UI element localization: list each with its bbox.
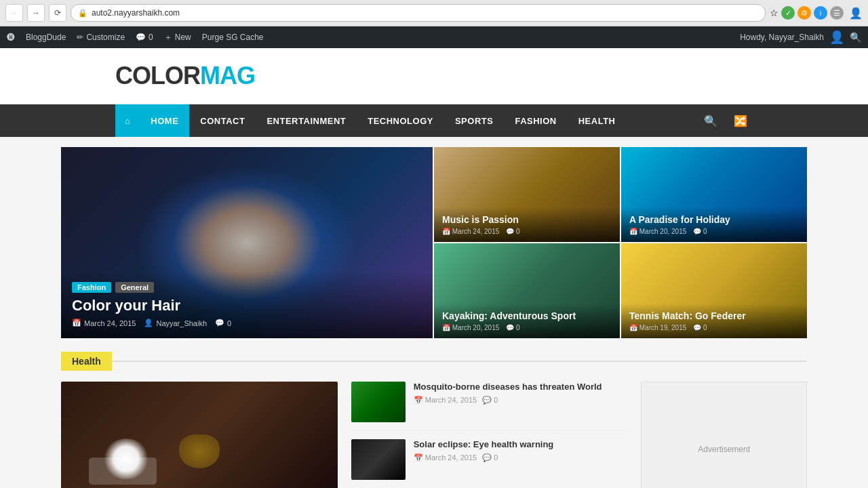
browser-action-icons: ☆ ✓ ⚙ i ☰ 👤 xyxy=(770,6,863,20)
article-date-2: 📅 March 24, 2015 xyxy=(414,453,477,462)
admin-bar-right: Howdy, Nayyar_Shaikh 👤 🔍 xyxy=(740,30,861,45)
tennis-date: 📅 March 19, 2015 xyxy=(629,324,686,331)
comment-icon: 💬 xyxy=(136,33,146,42)
nav-contact-label: CONTACT xyxy=(200,116,245,126)
hero-main-card[interactable]: Fashion General Color your Hair 📅 March … xyxy=(61,147,433,338)
grid-card-kayak[interactable]: Kayaking: Adventurous Sport 📅 March 20, … xyxy=(434,243,620,338)
section-divider xyxy=(112,361,807,362)
browser-toolbar: ← → ⟳ 🔒 auto2.nayyarshaikh.com ☆ ✓ ⚙ i ☰… xyxy=(0,0,868,26)
comments-count: 0 xyxy=(149,33,153,42)
nav-home-label: HOME xyxy=(151,116,178,126)
card-paradise-title: A Paradise for Holiday xyxy=(629,214,799,225)
search-nav-button[interactable]: 🔍 xyxy=(698,108,723,133)
new-label: New xyxy=(175,33,191,42)
hero-main-meta: 📅 March 24, 2015 👤 Nayyar_Shaikh 💬 0 xyxy=(72,319,422,327)
card-paradise-overlay: A Paradise for Holiday 📅 March 20, 2015 … xyxy=(621,207,807,242)
wp-admin-bar: 🅦 BloggDude ✏ Customize 💬 0 ＋ New Purge … xyxy=(0,26,868,48)
forward-button[interactable]: → xyxy=(27,4,45,22)
nav-item-health[interactable]: HEALTH xyxy=(568,104,627,137)
search-admin-icon[interactable]: 🔍 xyxy=(850,32,861,43)
card-paradise-meta: 📅 March 20, 2015 💬 0 xyxy=(629,228,799,235)
hero-comments: 💬 0 xyxy=(215,319,231,327)
music-comments: 💬 0 xyxy=(506,228,519,235)
tag-general[interactable]: General xyxy=(115,282,154,293)
customize-icon: ✏ xyxy=(77,33,83,42)
health-articles-list: Mosquito-borne diseases has threaten Wor… xyxy=(351,382,628,488)
hero-main-overlay: Fashion General Color your Hair 📅 March … xyxy=(61,271,433,338)
calendar-icon: 📅 xyxy=(72,319,81,327)
bookmark-icon[interactable]: ☆ xyxy=(770,7,778,18)
random-nav-button[interactable]: 🔀 xyxy=(728,108,753,133)
hero-date: 📅 March 24, 2015 xyxy=(72,319,136,327)
article-comments-1: 💬 0 xyxy=(482,396,498,405)
health-main-image-wrapper[interactable] xyxy=(61,382,338,488)
article-content-2: Solar eclipse: Eye health warning 📅 Marc… xyxy=(414,439,628,480)
extension-icon-1[interactable]: ✓ xyxy=(781,6,795,20)
new-link[interactable]: ＋ New xyxy=(164,32,191,43)
nav-entertainment-label: ENTERTAINMENT xyxy=(267,116,346,126)
card-kayak-title: Kayaking: Adventurous Sport xyxy=(442,310,612,321)
wp-logo[interactable]: 🅦 xyxy=(7,33,15,42)
nav-item-contact[interactable]: CONTACT xyxy=(189,104,256,137)
profile-icon[interactable]: 👤 xyxy=(849,7,863,20)
kayak-date: 📅 March 20, 2015 xyxy=(442,324,499,331)
site-logo[interactable]: COLORMAG xyxy=(115,62,753,90)
purge-cache-link[interactable]: Purge SG Cache xyxy=(202,33,264,42)
nav-item-home[interactable]: HOME xyxy=(140,104,189,137)
nav-item-entertainment[interactable]: ENTERTAINMENT xyxy=(256,104,357,137)
howdy-text: Howdy, Nayyar_Shaikh xyxy=(740,33,824,42)
comments-link[interactable]: 💬 0 xyxy=(136,33,153,42)
nav-right-icons: 🔍 🔀 xyxy=(698,108,753,133)
reload-button[interactable]: ⟳ xyxy=(49,4,66,22)
kayak-comments: 💬 0 xyxy=(506,324,519,331)
hero-main-title: Color your Hair xyxy=(72,297,422,314)
article-comments-2: 💬 0 xyxy=(482,453,498,462)
nav-item-sports[interactable]: SPORTS xyxy=(444,104,504,137)
grid-card-paradise[interactable]: A Paradise for Holiday 📅 March 20, 2015 … xyxy=(621,147,807,242)
extension-icon-4[interactable]: ☰ xyxy=(830,6,844,20)
health-section-title: Health xyxy=(61,352,112,371)
paradise-comments: 💬 0 xyxy=(693,228,707,235)
article-date-1: 📅 March 24, 2015 xyxy=(414,396,477,405)
address-bar[interactable]: 🔒 auto2.nayyarshaikh.com xyxy=(71,4,766,22)
site-name-link[interactable]: BloggDude xyxy=(26,33,66,42)
customize-label: Customize xyxy=(86,33,125,42)
nav-item-fashion[interactable]: FASHION xyxy=(504,104,567,137)
url-text: auto2.nayyarshaikh.com xyxy=(92,8,180,18)
browser-chrome: ← → ⟳ 🔒 auto2.nayyarshaikh.com ☆ ✓ ⚙ i ☰… xyxy=(0,0,868,26)
card-tennis-meta: 📅 March 19, 2015 💬 0 xyxy=(629,324,799,331)
card-music-overlay: Music is Passion 📅 March 24, 2015 💬 0 xyxy=(434,207,620,242)
customize-link[interactable]: ✏ Customize xyxy=(77,33,125,42)
nav-health-label: HEALTH xyxy=(578,116,616,126)
extension-icon-3[interactable]: i xyxy=(814,6,827,20)
nav-home-icon[interactable]: ⌂ xyxy=(115,104,140,137)
nav-item-technology[interactable]: TECHNOLOGY xyxy=(357,104,444,137)
avatar-icon: 👤 xyxy=(829,30,844,45)
article-meta-2: 📅 March 24, 2015 💬 0 xyxy=(414,453,628,462)
article-title-mosquito: Mosquito-borne diseases has threaten Wor… xyxy=(414,382,628,393)
health-article-2[interactable]: Solar eclipse: Eye health warning 📅 Marc… xyxy=(351,439,628,488)
hero-grid: Fashion General Color your Hair 📅 March … xyxy=(61,147,807,338)
card-tennis-title: Tennis Match: Go Federer xyxy=(629,310,799,321)
card-music-title: Music is Passion xyxy=(442,214,612,225)
site-name-label: BloggDude xyxy=(26,33,66,42)
back-button[interactable]: ← xyxy=(5,4,23,22)
grid-card-tennis[interactable]: Tennis Match: Go Federer 📅 March 19, 201… xyxy=(621,243,807,338)
health-section-header: Health xyxy=(61,352,807,371)
site-nav: ⌂ HOME CONTACT ENTERTAINMENT TECHNOLOGY … xyxy=(0,104,868,137)
article-thumb-mosquito xyxy=(351,382,406,422)
nav-technology-label: TECHNOLOGY xyxy=(368,116,433,126)
site-main: Fashion General Color your Hair 📅 March … xyxy=(61,137,807,488)
grid-card-music[interactable]: Music is Passion 📅 March 24, 2015 💬 0 xyxy=(434,147,620,242)
article-thumb-eclipse xyxy=(351,439,406,480)
extension-icon-2[interactable]: ⚙ xyxy=(797,6,811,20)
health-main-image xyxy=(61,382,338,488)
paradise-date: 📅 March 20, 2015 xyxy=(629,228,686,235)
tag-fashion[interactable]: Fashion xyxy=(72,282,111,293)
card-kayak-meta: 📅 March 20, 2015 💬 0 xyxy=(442,324,612,331)
home-icon: ⌂ xyxy=(125,116,130,126)
plus-icon: ＋ xyxy=(164,32,172,43)
hero-tags: Fashion General xyxy=(72,282,422,293)
nav-sports-label: SPORTS xyxy=(455,116,493,126)
health-article-1[interactable]: Mosquito-borne diseases has threaten Wor… xyxy=(351,382,628,431)
